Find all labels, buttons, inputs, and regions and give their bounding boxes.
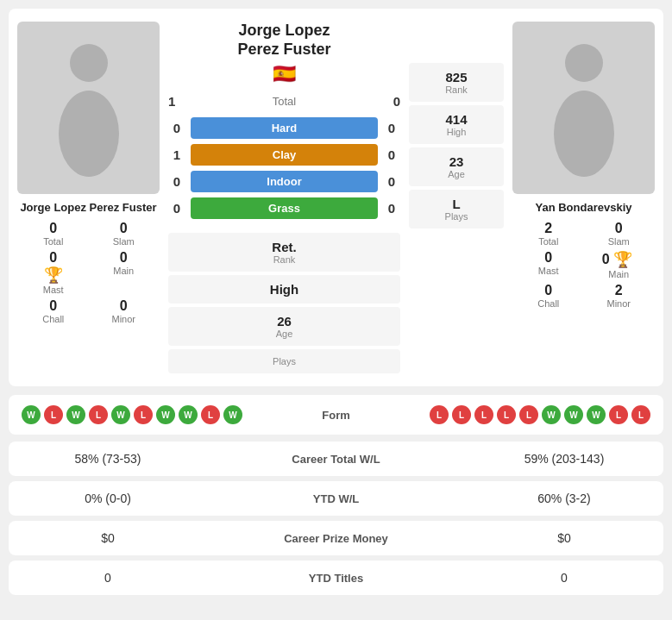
player1-slam-value: 0 xyxy=(120,221,128,236)
form-badge: L xyxy=(452,405,471,424)
form-badge: L xyxy=(201,405,220,424)
form-badge: L xyxy=(134,405,153,424)
player2-mast-cell: 0 Mast xyxy=(517,250,581,279)
yan-age-box: 23 Age xyxy=(409,147,504,186)
player2-total-value: 2 xyxy=(544,221,552,236)
titles-left: 0 xyxy=(22,571,194,585)
player2-total-cell: 2 Total xyxy=(517,221,581,247)
prize-money-row: $0 Career Prize Money $0 xyxy=(9,521,663,555)
career-wl-left: 58% (73-53) xyxy=(22,452,194,466)
player1-form: WLWLWLWWLW xyxy=(22,405,242,424)
form-badge: L xyxy=(430,405,449,424)
form-badge: L xyxy=(89,405,108,424)
grass-button[interactable]: Grass xyxy=(191,197,378,219)
player1-minor-cell: 0 Minor xyxy=(92,298,156,324)
surface-row-clay: 1 Clay 0 xyxy=(168,144,400,166)
player2-photo xyxy=(512,22,655,194)
player2-slam-value: 0 xyxy=(615,221,623,236)
svg-point-2 xyxy=(565,44,603,82)
career-wl-label: Career Total W/L xyxy=(194,453,478,466)
main-container: Jorge Lopez Perez Fuster 0 Total 0 Slam … xyxy=(0,0,672,609)
form-badge: L xyxy=(631,405,650,424)
total-right: 0 xyxy=(393,94,400,109)
form-badge: W xyxy=(179,405,198,424)
hard-button[interactable]: Hard xyxy=(191,117,378,139)
player1-photo xyxy=(17,22,160,194)
player2-name: Yan Bondarevskiy xyxy=(536,201,632,214)
player1-slam-cell: 0 Slam xyxy=(92,221,156,247)
player1-slam-label: Slam xyxy=(113,236,135,247)
player2-stats-grid: 2 Total 0 Slam 0 Mast 0 🏆 Main xyxy=(512,221,655,309)
age-box: 26 Age xyxy=(168,307,400,346)
mid-stats-col: Ret. Rank High 26 Age Plays xyxy=(168,233,400,373)
yan-age-value: 23 xyxy=(418,154,495,169)
player1-main-cell: 0 Main xyxy=(92,250,156,295)
player1-main-label: Main xyxy=(113,266,134,276)
rank-box: Ret. Rank xyxy=(168,233,400,272)
player2-chall-cell: 0 Chall xyxy=(517,283,581,309)
player1-name-top: Jorge LopezPerez Fuster xyxy=(237,22,330,59)
player1-column: Jorge Lopez Perez Fuster 0 Total 0 Slam … xyxy=(17,22,160,324)
age-value: 26 xyxy=(177,314,392,329)
player2-chall-label: Chall xyxy=(537,298,559,309)
high-value: High xyxy=(177,282,392,297)
career-wl-right: 59% (203-143) xyxy=(478,452,650,466)
total-label: Total xyxy=(273,95,296,108)
form-badge: L xyxy=(497,405,516,424)
player1-minor-label: Minor xyxy=(111,314,135,324)
yan-plays-value: L xyxy=(418,197,495,211)
player2-slam-cell: 0 Slam xyxy=(587,221,651,247)
total-left: 1 xyxy=(168,94,175,109)
player2-slam-label: Slam xyxy=(608,236,630,247)
player2-mast-label: Mast xyxy=(538,266,559,276)
player2-minor-value: 2 xyxy=(615,283,623,298)
yan-high-value: 414 xyxy=(418,112,495,127)
player1-chall-value: 0 xyxy=(49,298,57,314)
player1-flag: 🇪🇸 xyxy=(273,63,296,85)
high-box: High xyxy=(168,275,400,304)
career-wl-row: 58% (73-53) Career Total W/L 59% (203-14… xyxy=(9,442,663,476)
yan-age-label: Age xyxy=(418,169,495,179)
surface-row-grass: 0 Grass 0 xyxy=(168,197,400,219)
form-label: Form xyxy=(322,409,350,422)
player1-total-cell: 0 Total xyxy=(22,221,85,247)
player1-mast-cell: 0🏆 Mast xyxy=(22,250,85,295)
player2-main-label: Main xyxy=(608,269,629,279)
yan-plays-box: L Plays xyxy=(409,190,504,229)
player2-main-value: 0 🏆 xyxy=(602,250,636,269)
form-badge: L xyxy=(474,405,493,424)
hard-right: 0 xyxy=(383,121,400,135)
trophy-icon: 🏆 xyxy=(613,250,632,269)
yan-rank-box: 825 Rank xyxy=(409,63,504,102)
comparison-section: Jorge Lopez Perez Fuster 0 Total 0 Slam … xyxy=(9,9,663,386)
age-label: Age xyxy=(177,329,392,339)
surface-buttons: 0 Hard 0 1 Clay 0 0 Indoor 0 0 Grass xyxy=(168,117,400,224)
indoor-button[interactable]: Indoor xyxy=(191,171,378,192)
player2-main-cell: 0 🏆 Main xyxy=(587,250,651,279)
player1-minor-value: 0 xyxy=(120,298,128,314)
yan-high-label: High xyxy=(418,127,495,137)
player1-chall-label: Chall xyxy=(42,314,64,324)
player2-mast-value: 0 xyxy=(544,250,552,266)
player2-total-label: Total xyxy=(538,236,558,247)
svg-point-1 xyxy=(59,91,119,177)
svg-point-0 xyxy=(70,44,108,82)
clay-right: 0 xyxy=(383,147,400,162)
player1-total-value: 0 xyxy=(49,221,57,236)
form-badge: L xyxy=(44,405,63,424)
form-badge: W xyxy=(587,405,606,424)
yan-rank-value: 825 xyxy=(418,70,495,85)
player1-mast-label: Mast xyxy=(43,285,64,295)
form-badge: W xyxy=(66,405,85,424)
surface-row-indoor: 0 Indoor 0 xyxy=(168,171,400,192)
form-section: WLWLWLWWLW Form LLLLLWWWLL xyxy=(9,395,663,435)
clay-left: 1 xyxy=(168,147,185,162)
ytd-wl-right: 60% (3-2) xyxy=(478,492,650,505)
player1-stats-grid: 0 Total 0 Slam 0🏆 Mast 0 Main 0 Chall xyxy=(17,221,160,324)
form-badge: W xyxy=(22,405,41,424)
grass-right: 0 xyxy=(383,201,400,216)
form-badge: W xyxy=(564,405,583,424)
form-badge: W xyxy=(111,405,130,424)
clay-button[interactable]: Clay xyxy=(191,144,378,166)
player2-chall-value: 0 xyxy=(544,283,552,298)
